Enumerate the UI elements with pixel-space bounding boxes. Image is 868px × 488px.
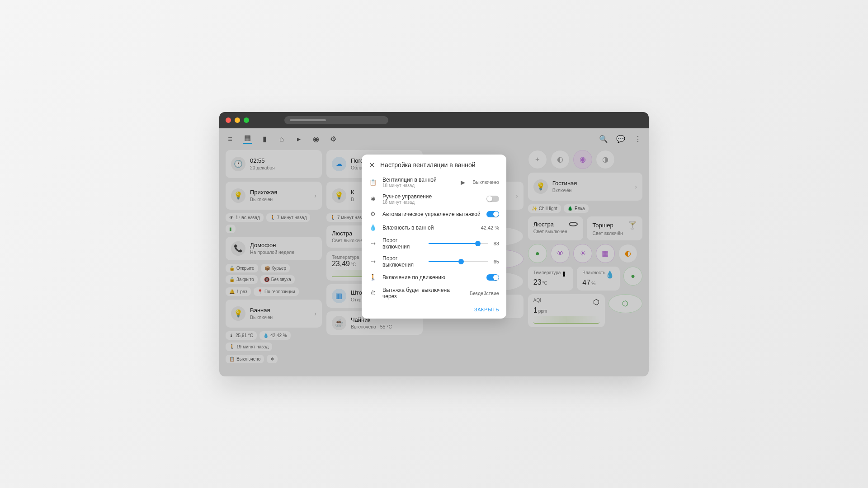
motion-icon: 🚶 bbox=[369, 274, 377, 281]
auto-row: ⚙ Автоматическое управление вытяжкой bbox=[362, 207, 506, 221]
thresh-off-row: ⇢ Порог выключения 65 bbox=[362, 253, 506, 271]
motion-row: 🚶 Включение по движению bbox=[362, 271, 506, 284]
auto-toggle[interactable] bbox=[486, 211, 499, 217]
dialog-title: Настройка вентиляции в ванной bbox=[380, 161, 476, 169]
manual-toggle[interactable] bbox=[486, 196, 499, 202]
url-bar[interactable] bbox=[284, 116, 388, 124]
titlebar bbox=[219, 112, 649, 128]
play-icon[interactable]: ▶ bbox=[459, 179, 467, 186]
auto-icon: ⚙ bbox=[369, 211, 377, 217]
slider-icon: ⇢ bbox=[369, 258, 377, 265]
close-icon[interactable]: ✕ bbox=[369, 161, 375, 169]
humidity-row: 💧 Влажность в ванной 42,42 % bbox=[362, 221, 506, 235]
close-button[interactable]: ЗАКРЫТЬ bbox=[474, 307, 499, 312]
app-root: ≡ ▦ ▮ ⌂ ▸ ◉ ⚙ 🔍 💬 ⋮ 🕐 02:55 20 декабря bbox=[219, 128, 649, 376]
thresh-off-slider[interactable] bbox=[429, 261, 488, 262]
thresh-on-row: ⇢ Порог включения 83 bbox=[362, 235, 506, 253]
timer-icon: ⏱ bbox=[369, 290, 377, 296]
browser-window: ≡ ▦ ▮ ⌂ ▸ ◉ ⚙ 🔍 💬 ⋮ 🕐 02:55 20 декабря bbox=[219, 112, 649, 376]
drop-icon: 💧 bbox=[369, 224, 377, 231]
thresh-on-slider[interactable] bbox=[429, 243, 488, 244]
manual-row: ✱ Ручное управление 18 минут назад bbox=[362, 191, 506, 207]
traffic-max[interactable] bbox=[244, 117, 249, 123]
traffic-close[interactable] bbox=[226, 117, 231, 123]
slider-icon: ⇢ bbox=[369, 240, 377, 247]
motion-toggle[interactable] bbox=[486, 274, 499, 281]
timer-row[interactable]: ⏱ Вытяжка будет выключена через Бездейст… bbox=[362, 284, 506, 302]
vent-row[interactable]: 📋 Вентиляция в ванной 18 минут назад ▶ В… bbox=[362, 174, 506, 191]
script-icon: 📋 bbox=[369, 179, 377, 186]
traffic-min[interactable] bbox=[235, 117, 240, 123]
fan-icon: ✱ bbox=[369, 196, 377, 202]
ventilation-dialog: ✕ Настройка вентиляции в ванной 📋 Вентил… bbox=[362, 155, 506, 319]
